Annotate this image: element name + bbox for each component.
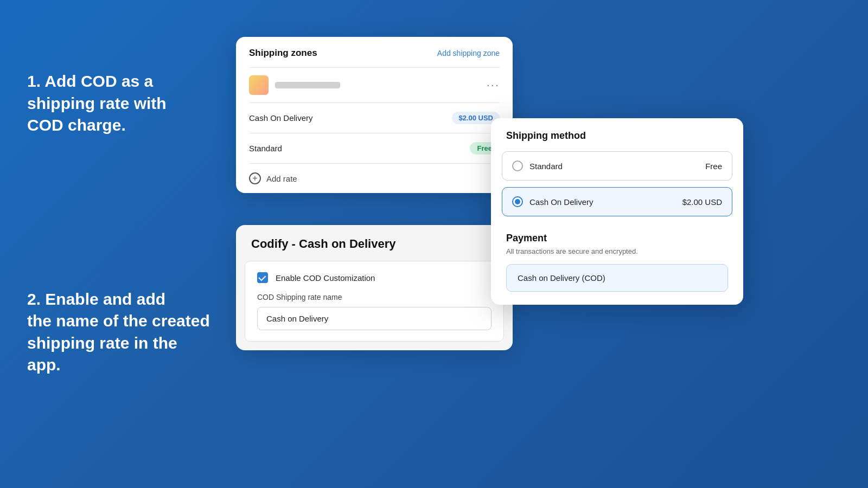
store-name-blurred [275,82,340,88]
enable-row: Enable COD Customization [257,272,492,283]
standard-method-option[interactable]: Standard Free [502,151,732,181]
add-rate-icon: + [249,172,261,184]
store-row: ··· [236,68,513,102]
cod-payment-option[interactable]: Cash on Delivery (COD) [506,264,728,292]
payment-title: Payment [506,233,728,244]
standard-option-left: Standard [512,160,563,171]
payment-section: Payment All transactions are secure and … [491,223,743,305]
shipping-method-card: Shipping method Standard Free Cash On De… [491,118,743,305]
standard-rate-name: Standard [249,144,282,153]
step1-text: 1. Add COD as a shipping rate with COD c… [27,70,212,137]
shipping-method-title: Shipping method [506,130,586,141]
cod-rate-name-input[interactable] [257,307,492,330]
cod-rate-row: Cash On Delivery $2.00 USD [236,103,513,133]
cod-method-option[interactable]: Cash On Delivery $2.00 USD [502,187,732,216]
codify-title: Codify - Cash on Delivery [251,237,396,251]
enable-checkbox[interactable] [257,272,268,283]
cod-radio-inner [515,199,520,204]
cod-radio [512,196,523,207]
add-rate-row[interactable]: + Add rate [236,164,513,193]
more-options-button[interactable]: ··· [487,78,500,92]
standard-option-price: Free [705,162,722,171]
cod-option-price: $2.00 USD [682,197,722,207]
card-header: Shipping zones Add shipping zone [236,37,513,67]
field-label: COD Shipping rate name [257,293,492,301]
shipping-method-header: Shipping method [491,118,743,151]
left-instructions: 1. Add COD as a shipping rate with COD c… [27,70,212,376]
codify-body: Enable COD Customization COD Shipping ra… [245,261,504,342]
cod-option-name: Cash On Delivery [529,197,593,207]
store-left [249,75,340,95]
standard-radio [512,160,523,171]
shipping-zones-title: Shipping zones [249,48,317,59]
add-shipping-zone-link[interactable]: Add shipping zone [437,49,500,57]
cod-option-left: Cash On Delivery [512,196,593,207]
standard-rate-row: Standard Free [236,133,513,163]
cod-payment-label: Cash on Delivery (COD) [518,273,605,282]
enable-label: Enable COD Customization [276,273,375,282]
codify-card: Codify - Cash on Delivery Enable COD Cus… [236,225,513,350]
standard-option-name: Standard [529,162,563,171]
shipping-zones-card: Shipping zones Add shipping zone ··· Cas… [236,37,513,193]
payment-subtitle: All transactions are secure and encrypte… [506,247,728,255]
codify-header: Codify - Cash on Delivery [236,225,513,261]
step2-text: 2. Enable and add the name of the create… [27,288,212,376]
add-rate-label: Add rate [266,174,297,183]
cod-rate-name: Cash On Delivery [249,113,313,123]
store-avatar [249,75,269,95]
